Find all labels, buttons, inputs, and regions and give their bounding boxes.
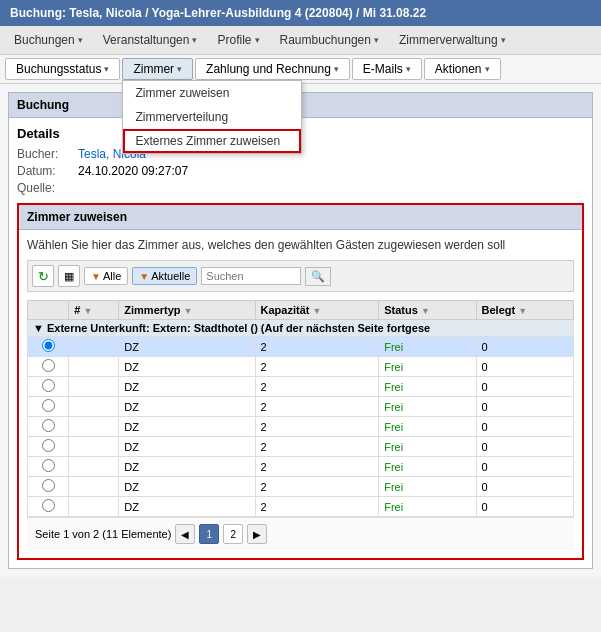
radio-cell-2[interactable]	[28, 377, 69, 397]
buchungsstatus-button[interactable]: Buchungsstatus ▾	[5, 58, 120, 80]
status-cell-6: Frei	[379, 457, 476, 477]
status-cell-5: Frei	[379, 437, 476, 457]
refresh-icon: ↻	[38, 269, 49, 284]
quelle-label: Quelle:	[17, 181, 72, 195]
status-cell-2: Frei	[379, 377, 476, 397]
room-radio-3[interactable]	[42, 399, 55, 412]
details-panel: Details Bucher: Tesla, Nicola Datum: 24.…	[8, 117, 593, 569]
nav-buchungen[interactable]: Buchungen ▾	[5, 29, 92, 51]
belegt-cell-6: 0	[476, 457, 573, 477]
capacity-cell-2: 2	[255, 377, 379, 397]
status-cell-0: Frei	[379, 337, 476, 357]
refresh-button[interactable]: ↻	[32, 265, 54, 287]
belegt-cell-5: 0	[476, 437, 573, 457]
prev-page-button[interactable]: ◀	[175, 524, 195, 544]
num-cell-1	[69, 357, 119, 377]
externes-zimmer-item[interactable]: Externes Zimmer zuweisen	[123, 129, 301, 153]
next-page-button[interactable]: ▶	[247, 524, 267, 544]
num-cell-0	[69, 337, 119, 357]
alle-funnel-icon: ▼	[91, 271, 101, 282]
nav-bar: Buchungen ▾ Veranstaltungen ▾ Profile ▾ …	[0, 26, 601, 55]
table-header-row: # ▼ Zimmertyp ▼ Kapazität ▼ Status ▼ Bel…	[28, 301, 574, 320]
type-cell-0: DZ	[119, 337, 255, 357]
room-table: # ▼ Zimmertyp ▼ Kapazität ▼ Status ▼ Bel…	[27, 300, 574, 517]
zimmerverteilung-item[interactable]: Zimmerverteilung	[123, 105, 301, 129]
search-icon: 🔍	[311, 270, 325, 282]
room-radio-5[interactable]	[42, 439, 55, 452]
bucher-label: Bucher:	[17, 147, 72, 161]
modal-description: Wählen Sie hier das Zimmer aus, welches …	[27, 238, 574, 252]
modal-toolbar: ↻ ▦ ▼ Alle ▼ Aktuelle 🔍	[27, 260, 574, 292]
search-input[interactable]	[201, 267, 301, 285]
room-radio-6[interactable]	[42, 459, 55, 472]
table-row[interactable]: DZ 2 Frei 0	[28, 477, 574, 497]
col-num: # ▼	[69, 301, 119, 320]
table-row[interactable]: DZ 2 Frei 0	[28, 397, 574, 417]
status-sort-icon: ▼	[421, 306, 430, 316]
modal-title-bar: Zimmer zuweisen	[19, 205, 582, 230]
veranstaltungen-chevron-icon: ▾	[192, 35, 197, 45]
alle-filter-button[interactable]: ▼ Alle	[84, 267, 128, 285]
capacity-cell-8: 2	[255, 497, 379, 517]
room-radio-7[interactable]	[42, 479, 55, 492]
room-radio-4[interactable]	[42, 419, 55, 432]
room-radio-8[interactable]	[42, 499, 55, 512]
radio-cell-1[interactable]	[28, 357, 69, 377]
table-row[interactable]: DZ 2 Frei 0	[28, 497, 574, 517]
col-radio	[28, 301, 69, 320]
zahlung-button[interactable]: Zahlung und Rechnung ▾	[195, 58, 350, 80]
belegt-cell-3: 0	[476, 397, 573, 417]
page-header: Buchung: Tesla, Nicola / Yoga-Lehrer-Aus…	[0, 0, 601, 26]
capacity-cell-7: 2	[255, 477, 379, 497]
num-cell-4	[69, 417, 119, 437]
room-radio-2[interactable]	[42, 379, 55, 392]
modal-title: Zimmer zuweisen	[27, 210, 127, 224]
page-2-button[interactable]: 2	[223, 524, 243, 544]
datum-label: Datum:	[17, 164, 72, 178]
aktionen-button[interactable]: Aktionen ▾	[424, 58, 501, 80]
col-kapazitat: Kapazität ▼	[255, 301, 379, 320]
table-row[interactable]: DZ 2 Frei 0	[28, 377, 574, 397]
zimmer-button[interactable]: Zimmer ▾	[122, 58, 193, 80]
page-1-button[interactable]: 1	[199, 524, 219, 544]
aktionen-chevron-icon: ▾	[485, 64, 490, 74]
radio-cell-6[interactable]	[28, 457, 69, 477]
type-cell-1: DZ	[119, 357, 255, 377]
radio-cell-7[interactable]	[28, 477, 69, 497]
belegt-cell-1: 0	[476, 357, 573, 377]
nav-zimmerverwaltung[interactable]: Zimmerverwaltung ▾	[390, 29, 515, 51]
nav-veranstaltungen[interactable]: Veranstaltungen ▾	[94, 29, 207, 51]
radio-cell-5[interactable]	[28, 437, 69, 457]
table-row[interactable]: DZ 2 Frei 0	[28, 357, 574, 377]
num-cell-5	[69, 437, 119, 457]
radio-cell-0[interactable]	[28, 337, 69, 357]
radio-cell-4[interactable]	[28, 417, 69, 437]
col-belegt: Belegt ▼	[476, 301, 573, 320]
zimmer-zuweisen-item[interactable]: Zimmer zuweisen	[123, 81, 301, 105]
nav-profile[interactable]: Profile ▾	[208, 29, 268, 51]
grid-view-button[interactable]: ▦	[58, 265, 80, 287]
status-cell-7: Frei	[379, 477, 476, 497]
room-radio-1[interactable]	[42, 359, 55, 372]
nav-raumbuchungen[interactable]: Raumbuchungen ▾	[271, 29, 388, 51]
type-cell-6: DZ	[119, 457, 255, 477]
search-button[interactable]: 🔍	[305, 267, 331, 286]
radio-cell-3[interactable]	[28, 397, 69, 417]
radio-cell-8[interactable]	[28, 497, 69, 517]
kapazitat-sort-icon: ▼	[313, 306, 322, 316]
table-row[interactable]: DZ 2 Frei 0	[28, 337, 574, 357]
emails-chevron-icon: ▾	[406, 64, 411, 74]
content-area: Buchung Details Bucher: Tesla, Nicola Da…	[0, 84, 601, 577]
status-cell-8: Frei	[379, 497, 476, 517]
aktuelle-filter-button[interactable]: ▼ Aktuelle	[132, 267, 197, 285]
table-row[interactable]: DZ 2 Frei 0	[28, 417, 574, 437]
room-radio-0[interactable]	[42, 339, 55, 352]
status-cell-4: Frei	[379, 417, 476, 437]
buchungsstatus-chevron-icon: ▾	[104, 64, 109, 74]
datum-value: 24.10.2020 09:27:07	[78, 164, 188, 178]
zimmer-dropdown-menu: Zimmer zuweisen Zimmerverteilung Externe…	[122, 80, 302, 154]
pagination: Seite 1 von 2 (11 Elemente) ◀ 1 2 ▶	[27, 517, 574, 550]
table-row[interactable]: DZ 2 Frei 0	[28, 437, 574, 457]
table-row[interactable]: DZ 2 Frei 0	[28, 457, 574, 477]
emails-button[interactable]: E-Mails ▾	[352, 58, 422, 80]
